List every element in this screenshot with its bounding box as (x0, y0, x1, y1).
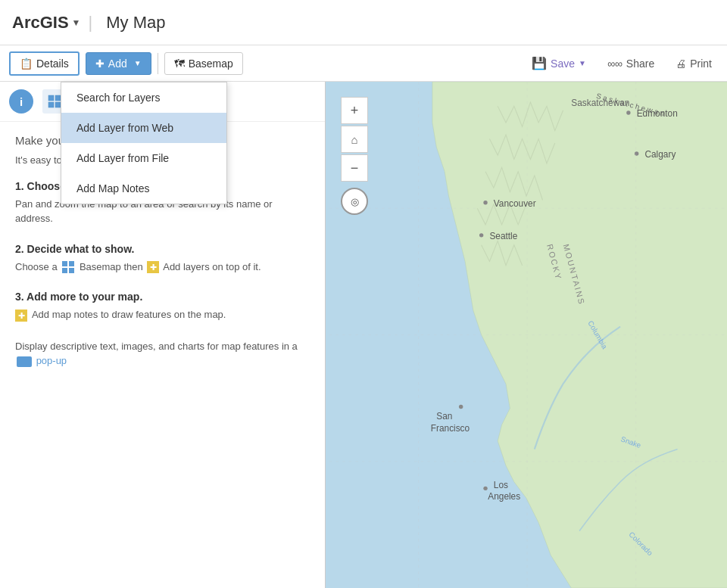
add-icon: ✚ (95, 58, 105, 70)
svg-rect-2 (48, 102, 54, 107)
popup-inline-icon (17, 356, 32, 367)
details-button[interactable]: 📋 Details (9, 51, 80, 76)
arcgis-logo-text: ArcGIS (12, 13, 69, 33)
dropdown-item-search-layers[interactable]: Search for Layers (61, 82, 226, 113)
zoom-in-button[interactable]: + (341, 97, 368, 124)
print-icon: 🖨 (676, 58, 686, 70)
svg-text:Edmonton: Edmonton (637, 108, 678, 119)
basemap-button[interactable]: 🗺 Basemap (164, 52, 243, 75)
add-layer-web-label: Add Layer from Web (76, 122, 173, 134)
svg-rect-0 (48, 95, 54, 101)
svg-text:Francisco: Francisco (431, 423, 470, 434)
basemap-icon: 🗺 (174, 58, 185, 70)
save-button[interactable]: 💾 Save ▼ (526, 53, 592, 73)
popup-link[interactable]: pop-up (36, 355, 67, 366)
add-map-notes-label: Add Map Notes (76, 182, 150, 194)
dropdown-item-add-layer-file[interactable]: Add Layer from File (61, 143, 226, 173)
step-4: Display descriptive text, images, and ch… (15, 339, 310, 369)
step-3: 3. Add more to your map. ✚ Add map notes… (15, 291, 310, 322)
brand-dropdown-icon[interactable]: ▼ (72, 17, 81, 28)
add-layer-file-label: Add Layer from File (76, 152, 169, 164)
map-canvas: Saskatchewan S a s k a t c h e w a n Edm… (326, 82, 727, 588)
search-layers-label: Search for Layers (76, 92, 161, 104)
step-3-yellow-icon: ✚ (15, 310, 27, 322)
svg-rect-3 (55, 102, 61, 107)
svg-point-15 (483, 201, 487, 204)
step-3-text: ✚ Add map notes to draw features on the … (15, 307, 310, 322)
arcgis-brand[interactable]: ArcGIS ▼ (12, 13, 80, 33)
save-dropdown-arrow: ▼ (579, 59, 586, 67)
header: ArcGIS ▼ | My Map (0, 0, 727, 45)
step-4-text: Display descriptive text, images, and ch… (15, 339, 310, 369)
add-button[interactable]: ✚ Add ▼ (86, 52, 151, 75)
svg-text:Calgary: Calgary (644, 149, 676, 160)
header-actions: 💾 Save ▼ ∞∞ Share 🖨 Print (526, 53, 718, 73)
home-icon: ⌂ (351, 133, 357, 146)
map-controls: + ⌂ − ◎ (341, 97, 368, 216)
svg-point-11 (626, 110, 630, 114)
share-icon: ∞∞ (607, 58, 622, 70)
step-2: 2. Decide what to show. Choose a Basemap… (15, 243, 310, 275)
print-label: Print (690, 58, 712, 70)
share-label: Share (626, 58, 654, 70)
svg-rect-6 (62, 268, 67, 273)
basemap-inline-icon (61, 260, 75, 274)
toolbar: 📋 Details ✚ Add ▼ 🗺 Basemap 💾 Save ▼ ∞∞ … (0, 45, 727, 82)
svg-text:Angeles: Angeles (488, 491, 520, 502)
map-title: My Map (106, 13, 165, 33)
svg-rect-4 (62, 261, 67, 266)
svg-rect-5 (69, 261, 74, 266)
step-2-heading: 2. Decide what to show. (15, 243, 310, 255)
svg-point-22 (483, 487, 487, 490)
step-3-heading: 3. Add more to your map. (15, 291, 310, 303)
basemap-label: Basemap (189, 58, 233, 70)
svg-text:San: San (436, 411, 452, 422)
map-area[interactable]: Saskatchewan S a s k a t c h e w a n Edm… (326, 82, 727, 588)
details-label: Details (36, 58, 69, 70)
zoom-in-icon: + (351, 103, 359, 119)
home-button[interactable]: ⌂ (341, 126, 368, 153)
dropdown-item-add-map-notes[interactable]: Add Map Notes (61, 173, 226, 204)
add-dropdown-arrow: ▼ (134, 59, 142, 67)
print-button[interactable]: 🖨 Print (669, 54, 718, 73)
svg-point-17 (479, 233, 483, 237)
svg-rect-7 (69, 268, 74, 273)
svg-point-19 (459, 405, 463, 409)
svg-text:Seattle: Seattle (489, 231, 517, 241)
header-separator: | (88, 13, 92, 33)
svg-text:Los: Los (494, 480, 508, 490)
info-icon-button[interactable]: i (9, 89, 33, 114)
zoom-out-icon: − (351, 160, 359, 176)
details-icon: 📋 (20, 58, 33, 70)
svg-text:Vancouver: Vancouver (494, 198, 536, 209)
zoom-out-button[interactable]: − (341, 154, 368, 182)
svg-point-13 (635, 151, 638, 155)
toolbar-divider (158, 53, 158, 74)
add-dropdown-menu: Search for Layers Add Layer from Web Add… (61, 82, 227, 204)
locate-icon: ◎ (351, 196, 359, 207)
svg-rect-1 (55, 95, 61, 101)
share-button[interactable]: ∞∞ Share (601, 54, 660, 73)
add-label: Add (108, 58, 127, 70)
dropdown-item-add-layer-web[interactable]: Add Layer from Web (61, 113, 226, 143)
locate-button[interactable]: ◎ (341, 188, 368, 215)
step-2-text: Choose a Basemap then ✚ Add layers on to… (15, 260, 310, 275)
add-inline-icon: ✚ (147, 261, 159, 273)
save-icon: 💾 (532, 56, 547, 70)
save-label: Save (551, 58, 575, 70)
